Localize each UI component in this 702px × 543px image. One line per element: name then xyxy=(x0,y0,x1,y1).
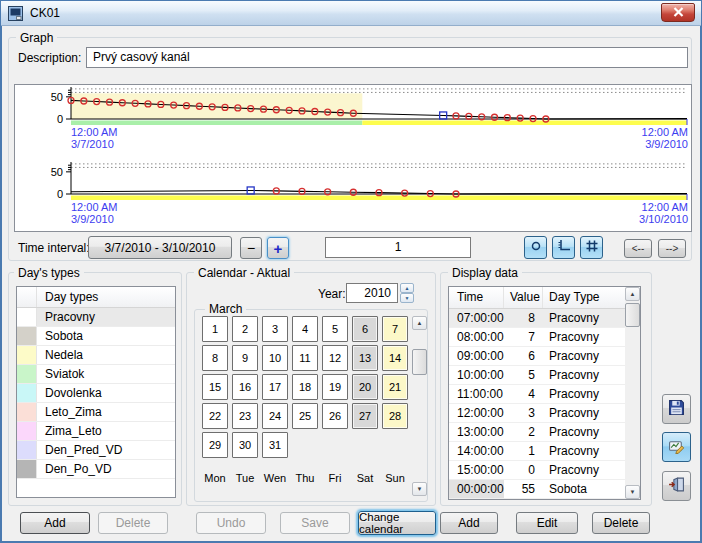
description-field[interactable]: Prvý casový kanál xyxy=(86,47,688,68)
display-data-scrollbar[interactable]: ▲ ▼ xyxy=(625,287,640,499)
svg-text:0: 0 xyxy=(57,188,63,200)
display-data-header: Time Value Day Type xyxy=(449,287,625,309)
day-type-row[interactable]: Dovolenka xyxy=(17,384,175,403)
day-type-row[interactable]: Sviatok xyxy=(17,365,175,384)
day-type-row[interactable]: Den_Po_VD xyxy=(17,460,175,479)
calendar-day-22[interactable]: 22 xyxy=(202,403,228,429)
calendar-undo-button[interactable]: Undo xyxy=(196,512,266,534)
weekday-label-wen: Wen xyxy=(260,472,290,484)
display-data-row[interactable]: 13:00:002Pracovny xyxy=(449,423,625,442)
exit-button[interactable] xyxy=(662,471,691,501)
day-types-list-header: Day types xyxy=(17,287,175,308)
calendar-day-12[interactable]: 12 xyxy=(322,345,348,371)
calendar-day-2[interactable]: 2 xyxy=(232,316,258,342)
calendar-day-19[interactable]: 19 xyxy=(322,374,348,400)
calendar-day-23[interactable]: 23 xyxy=(232,403,258,429)
time-interval-label: Time interval: xyxy=(18,241,90,255)
time-cell: 00:00:00 xyxy=(449,480,504,498)
show-markers-toggle[interactable] xyxy=(524,236,547,259)
time-range-button[interactable]: 3/7/2010 - 3/10/2010 xyxy=(88,236,232,259)
display-data-row[interactable]: 09:00:006Pracovny xyxy=(449,347,625,366)
calendar-day-24[interactable]: 24 xyxy=(262,403,288,429)
zoom-out-button[interactable]: − xyxy=(240,237,262,259)
calendar-day-7[interactable]: 7 xyxy=(382,316,408,342)
scroll-right-button[interactable]: --> xyxy=(658,239,686,258)
display-data-row[interactable]: 12:00:003Pracovny xyxy=(449,404,625,423)
scroll-up-icon[interactable]: ▲ xyxy=(412,316,427,330)
day-type-row[interactable]: Den_Pred_VD xyxy=(17,441,175,460)
calendar-day-18[interactable]: 18 xyxy=(292,374,318,400)
calendar-day-30[interactable]: 30 xyxy=(232,432,258,458)
calendar-day-31[interactable]: 31 xyxy=(262,432,288,458)
day-type-row[interactable]: Zima_Leto xyxy=(17,422,175,441)
calendar-day-28[interactable]: 28 xyxy=(382,403,408,429)
calendar-day-26[interactable]: 26 xyxy=(322,403,348,429)
edit-graph-button[interactable] xyxy=(662,432,691,462)
day-type-name: Zima_Leto xyxy=(37,424,102,438)
day-type-row[interactable]: Sobota xyxy=(17,327,175,346)
day-type-delete-button[interactable]: Delete xyxy=(98,512,168,534)
calendar-day-29[interactable]: 29 xyxy=(202,432,228,458)
calendar-day-21[interactable]: 21 xyxy=(382,374,408,400)
change-calendar-button[interactable]: Change calendar xyxy=(358,511,436,535)
calendar-day-5[interactable]: 5 xyxy=(322,316,348,342)
calendar-save-button[interactable]: Save xyxy=(280,512,350,534)
display-data-row[interactable]: 00:00:0055Sobota xyxy=(449,480,625,499)
save-file-button[interactable] xyxy=(662,394,691,424)
display-data-delete-button[interactable]: Delete xyxy=(592,512,650,534)
show-grid-toggle[interactable] xyxy=(580,236,603,259)
calendar-day-20[interactable]: 20 xyxy=(352,374,378,400)
calendar-day-1[interactable]: 1 xyxy=(202,316,228,342)
display-data-row[interactable]: 14:00:001Pracovny xyxy=(449,442,625,461)
year-down-spinner[interactable]: ▼ xyxy=(400,293,414,303)
calendar-day-6[interactable]: 6 xyxy=(352,316,378,342)
display-data-add-button[interactable]: Add xyxy=(440,512,498,534)
calendar-day-4[interactable]: 4 xyxy=(292,316,318,342)
calendar-day-13[interactable]: 13 xyxy=(352,345,378,371)
day-type-row[interactable]: Leto_Zima xyxy=(17,403,175,422)
day-types-list[interactable]: Day types PracovnySobotaNedelaSviatokDov… xyxy=(16,286,176,498)
calendar-day-17[interactable]: 17 xyxy=(262,374,288,400)
scroll-left-button[interactable]: <-- xyxy=(624,239,652,258)
calendar-day-9[interactable]: 9 xyxy=(232,345,258,371)
scroll-down-icon[interactable]: ▼ xyxy=(412,482,427,496)
calendar-day-16[interactable]: 16 xyxy=(232,374,258,400)
display-data-row[interactable]: 10:00:005Pracovny xyxy=(449,366,625,385)
calendar-day-15[interactable]: 15 xyxy=(202,374,228,400)
show-axes-toggle[interactable] xyxy=(552,236,575,259)
display-data-table[interactable]: Time Value Day Type 07:00:008Pracovny08:… xyxy=(448,286,641,500)
interval-value-input[interactable]: 1 xyxy=(325,237,471,258)
calendar-day-14[interactable]: 14 xyxy=(382,345,408,371)
day-type-row[interactable]: Pracovny xyxy=(17,308,175,327)
calendar-day-25[interactable]: 25 xyxy=(292,403,318,429)
calendar-day-11[interactable]: 11 xyxy=(292,345,318,371)
weekday-label-thu: Thu xyxy=(290,472,320,484)
calendar-day-3[interactable]: 3 xyxy=(262,316,288,342)
titlebar[interactable]: CK01 xyxy=(1,1,701,26)
calendar-day-8[interactable]: 8 xyxy=(202,345,228,371)
close-button[interactable] xyxy=(661,3,695,22)
day-type-row[interactable]: Nedela xyxy=(17,346,175,365)
scroll-up-icon[interactable]: ▲ xyxy=(625,287,640,301)
scrollbar-thumb[interactable] xyxy=(412,349,427,375)
year-input[interactable]: 2010 xyxy=(346,283,398,303)
time-cell: 09:00:00 xyxy=(449,347,504,365)
scroll-down-icon[interactable]: ▼ xyxy=(625,485,640,499)
time-cell: 13:00:00 xyxy=(449,423,504,441)
day-type-add-button[interactable]: Add xyxy=(20,512,90,534)
calendar-day-27[interactable]: 27 xyxy=(352,403,378,429)
day-type-name: Dovolenka xyxy=(37,386,102,400)
scrollbar-thumb[interactable] xyxy=(625,303,640,327)
lower-time-channel-chart[interactable]: 050 xyxy=(15,160,691,200)
value-cell: 2 xyxy=(504,423,543,441)
display-data-row[interactable]: 07:00:008Pracovny xyxy=(449,309,625,328)
calendar-scrollbar[interactable]: ▲ ▼ xyxy=(412,316,427,496)
calendar-day-10[interactable]: 10 xyxy=(262,345,288,371)
display-data-edit-button[interactable]: Edit xyxy=(516,512,578,534)
display-data-row[interactable]: 15:00:000Pracovny xyxy=(449,461,625,480)
display-data-row[interactable]: 08:00:007Pracovny xyxy=(449,328,625,347)
upper-time-channel-chart[interactable]: 050 xyxy=(15,85,691,125)
year-up-spinner[interactable]: ▲ xyxy=(400,283,414,293)
zoom-in-button[interactable]: + xyxy=(267,237,289,259)
display-data-row[interactable]: 11:00:004Pracovny xyxy=(449,385,625,404)
